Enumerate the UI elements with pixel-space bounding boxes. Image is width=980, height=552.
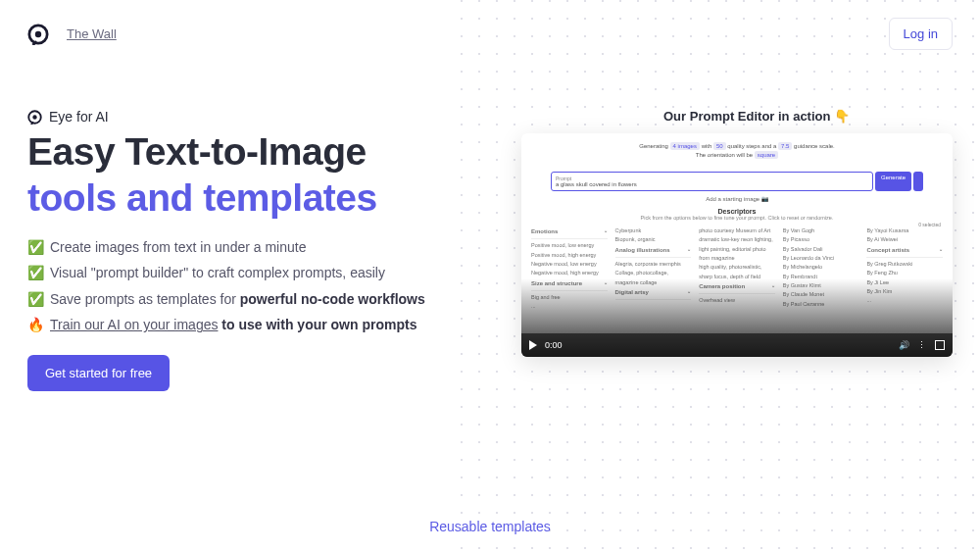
descriptor-item[interactable]: Cyberpunk	[615, 226, 692, 235]
descriptor-item[interactable]: high quality, photorealistic, sharp focu…	[699, 263, 775, 281]
descriptor-item[interactable]: Collage, photocollage, magazine collage	[615, 269, 692, 287]
header-left: The Wall	[27, 24, 117, 45]
feature-text: Train our AI on your images to use with …	[50, 316, 416, 335]
generate-button[interactable]: Generate	[875, 172, 911, 191]
prompt-field-value: a glass skull covered in flowers	[556, 181, 637, 187]
descriptor-col-heading[interactable]: Digital artsy⌄	[615, 287, 692, 300]
gen-scale-pill: 7.5	[778, 142, 792, 150]
headline-line1: Easy Text-to-Image	[27, 130, 482, 175]
descriptor-item[interactable]: dramatic low-key neon lighting, light pa…	[699, 235, 775, 263]
descriptor-item[interactable]: By Ai Weiwei	[866, 235, 943, 244]
descriptors-heading: Descriptors	[521, 208, 953, 215]
prompt-input[interactable]: Prompt a glass skull covered in flowers	[551, 172, 873, 191]
gen-prefix: Generating	[639, 143, 668, 149]
feature-item: ✅Save prompts as templates for powerful …	[27, 290, 482, 310]
descriptor-item[interactable]: By Paul Cezanne	[783, 300, 859, 309]
descriptor-item[interactable]: ...	[531, 302, 608, 311]
hero-right: Our Prompt Editor in action 👇 Generating…	[482, 109, 953, 391]
get-started-button[interactable]: Get started for free	[27, 355, 170, 391]
descriptor-item[interactable]: By Gustav Klimt	[783, 281, 859, 290]
descriptor-col-heading[interactable]: Emotions⌄	[531, 226, 608, 239]
feature-icon: 🔥	[27, 316, 44, 335]
brand-name: Eye for AI	[49, 109, 109, 125]
hero-left: Eye for AI Easy Text-to-Image tools and …	[27, 109, 482, 391]
main: Eye for AI Easy Text-to-Image tools and …	[0, 60, 980, 391]
descriptor-col-heading[interactable]: Camera position⌄	[699, 281, 775, 294]
gen-quality-pill: 50	[713, 142, 726, 150]
descriptor-item[interactable]: photo courtesy Museum of Art	[699, 226, 775, 235]
descriptor-col-heading[interactable]: Size and structure⌄	[531, 278, 608, 291]
descriptor-column: By Van GoghBy PicassoBy Salvador DaliBy …	[783, 226, 859, 311]
video-controls[interactable]: 0:00 🔊 ⋮	[521, 333, 953, 357]
feature-text: Save prompts as templates for powerful n…	[50, 290, 425, 310]
feature-text: Create images from text in under a minut…	[50, 238, 306, 258]
descriptor-item[interactable]: Positive mood, high energy	[531, 251, 608, 260]
video-preview[interactable]: Generating 4 images with 50 quality step…	[521, 133, 953, 357]
descriptor-item[interactable]: Negative mood, high energy	[531, 269, 608, 277]
descriptor-item[interactable]: ...	[866, 296, 943, 305]
orientation-prefix: The orientation will be	[696, 152, 753, 158]
nav-the-wall[interactable]: The Wall	[67, 26, 117, 41]
descriptor-item[interactable]: By Feng Zhu	[866, 269, 943, 277]
descriptor-column: By Yayoi KusamaBy Ai WeiweiConcept artis…	[866, 226, 943, 311]
descriptor-col-heading[interactable]: Concept artists⌄	[866, 245, 943, 258]
descriptors-sub: Pick from the options below to fine tune…	[521, 215, 953, 221]
brand-row: Eye for AI	[27, 109, 482, 125]
gen-scale-suffix: guidance scale.	[794, 143, 835, 149]
svg-point-1	[35, 30, 41, 36]
video-top-settings: Generating 4 images with 50 quality step…	[521, 133, 953, 166]
preview-caption: Our Prompt Editor in action 👇	[521, 109, 953, 124]
feature-item: ✅Visual "prompt builder" to craft comple…	[27, 264, 482, 283]
descriptor-item[interactable]: By Jin Kim	[866, 287, 943, 296]
descriptor-item[interactable]: By Van Gogh	[783, 226, 859, 235]
descriptor-item[interactable]: By Rembrandt	[783, 273, 859, 281]
descriptor-item[interactable]: Alegria, corporate memphis	[615, 260, 692, 269]
eye-logo-icon	[27, 24, 49, 45]
gen-quality-suffix: quality steps and a	[727, 143, 776, 149]
add-starting-image[interactable]: Add a starting image 📷	[521, 195, 953, 202]
descriptor-columns: Emotions⌄Positive mood, low energyPositi…	[521, 226, 953, 311]
headline-line2: tools and templates	[27, 176, 482, 221]
orientation-pill: square	[755, 151, 778, 159]
svg-point-3	[32, 115, 36, 119]
volume-icon[interactable]: 🔊	[899, 340, 909, 350]
feature-icon: ✅	[27, 264, 44, 283]
descriptor-item[interactable]: By Leonardo da Vinci	[783, 254, 859, 263]
feature-text: Visual "prompt builder" to craft complex…	[50, 264, 385, 283]
header: The Wall Log in	[0, 0, 980, 60]
feature-icon: ✅	[27, 290, 44, 310]
descriptor-item[interactable]: By Picasso	[783, 235, 859, 244]
play-icon[interactable]	[529, 340, 537, 350]
descriptor-column: Emotions⌄Positive mood, low energyPositi…	[531, 226, 608, 311]
descriptor-item[interactable]: Biopunk, organic	[615, 235, 692, 244]
descriptor-item[interactable]: Big and free	[531, 293, 608, 302]
descriptor-col-heading[interactable]: Analog illustrations⌄	[615, 245, 692, 258]
descriptor-item[interactable]: Overhead view	[699, 296, 775, 305]
generate-dropdown-icon[interactable]	[913, 172, 923, 191]
gen-images-pill: 4 images	[670, 142, 700, 150]
video-time: 0:00	[545, 340, 563, 350]
descriptor-item[interactable]: By Yayoi Kusama	[866, 226, 943, 235]
gen-with: with	[702, 143, 712, 149]
footer-reusable-templates: Reusable templates	[0, 519, 980, 534]
menu-icon[interactable]: ⋮	[917, 340, 927, 350]
fullscreen-icon[interactable]	[935, 340, 945, 350]
prompt-row: Prompt a glass skull covered in flowers …	[551, 172, 923, 191]
descriptor-item[interactable]: Positive mood, low energy	[531, 241, 608, 250]
selected-count: 0 selected	[918, 222, 941, 227]
descriptor-item[interactable]: By Salvador Dali	[783, 245, 859, 254]
feature-item: 🔥Train our AI on your images to use with…	[27, 316, 482, 335]
descriptor-column: photo courtesy Museum of Artdramatic low…	[699, 226, 775, 311]
feature-icon: ✅	[27, 238, 44, 258]
login-button[interactable]: Log in	[889, 18, 953, 50]
descriptor-item[interactable]: By Claude Monet	[783, 290, 859, 299]
descriptor-item[interactable]: Negative mood, low energy	[531, 260, 608, 269]
eye-small-icon	[27, 110, 42, 125]
descriptor-item[interactable]: By Greg Rutkowski	[866, 260, 943, 269]
descriptor-item[interactable]: By Ji Lee	[866, 278, 943, 287]
descriptor-item[interactable]: By Michelangelo	[783, 263, 859, 272]
descriptor-column: CyberpunkBiopunk, organicAnalog illustra…	[615, 226, 692, 311]
feature-item: ✅Create images from text in under a minu…	[27, 238, 482, 258]
feature-list: ✅Create images from text in under a minu…	[27, 238, 482, 335]
